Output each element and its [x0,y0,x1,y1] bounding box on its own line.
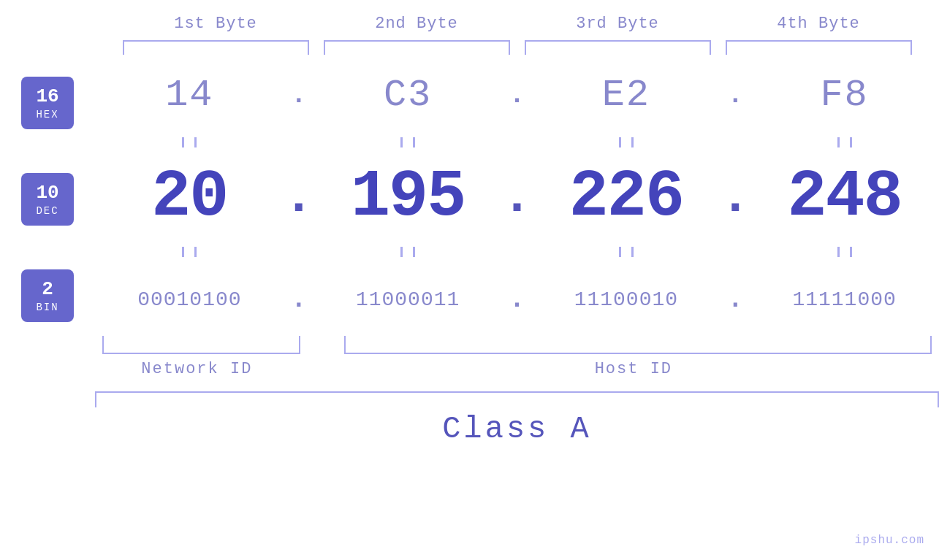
hex-badge-name: HEX [36,109,58,120]
dec-badge: 10 DEC [21,173,74,226]
equals-1-cell [95,137,284,147]
bin-byte-4-cell: 11111000 [750,288,939,311]
bracket-byte-4 [726,40,912,55]
hex-badge-num: 16 [36,85,58,108]
dec-row: 20 . 195 . 226 . 248 [95,157,939,237]
byte-label-4: 4th Byte [718,15,919,33]
content-area: 16 HEX 10 DEC 2 BIN 14 . C3 [0,62,939,447]
dot-2-bin: . [503,285,532,315]
dec-byte-2-cell: 195 [313,160,503,234]
equals-4 [835,137,855,147]
host-id-label: Host ID [328,360,939,378]
equals-2-cell [313,137,503,147]
byte-label-3: 3rd Byte [517,15,718,33]
dec-badge-num: 10 [36,182,58,204]
dot-3-hex: . [721,80,750,110]
network-host-labels: Network ID Host ID [95,360,939,378]
ip-rows-container: 14 . C3 . E2 . F8 [95,62,939,447]
bracket-byte-3 [525,40,711,55]
hex-byte-2: C3 [384,74,432,117]
dec-byte-3-cell: 226 [532,160,721,234]
host-bracket [344,336,932,354]
equals-2 [398,137,418,147]
bin-byte-3-cell: 11100010 [532,288,721,311]
class-bracket [95,391,939,407]
dot-1-hex: . [284,80,313,110]
dot-1-dec: . [284,169,313,226]
equals2-2-cell [313,247,503,257]
dec-byte-4: 248 [788,160,902,234]
equals-row [95,128,939,157]
dec-badge-name: DEC [36,205,58,217]
footer-watermark: ipshu.com [855,534,924,547]
bracket-byte-1 [123,40,309,55]
equals2-4 [835,247,855,257]
hex-byte-3: E2 [602,74,650,117]
top-bracket-row [115,33,919,55]
equals2-1 [179,247,199,257]
dec-byte-4-cell: 248 [750,160,939,234]
byte-labels-row: 1st Byte 2nd Byte 3rd Byte 4th Byte [115,15,919,33]
dec-byte-1-cell: 20 [95,160,284,234]
main-container: 1st Byte 2nd Byte 3rd Byte 4th Byte 16 H… [0,0,939,560]
hex-byte-4: F8 [820,74,868,117]
equals-3-cell [532,137,721,147]
bin-byte-3: 11100010 [574,288,678,311]
network-bracket [102,336,300,354]
class-label: Class A [95,412,939,447]
label-spacer [299,360,328,378]
bin-badge-name: BIN [36,302,58,313]
equals2-3 [616,247,636,257]
hex-byte-2-cell: C3 [313,74,503,117]
equals2-2 [398,247,418,257]
bin-byte-1: 00010100 [137,288,241,311]
equals-4-cell [750,137,939,147]
hex-byte-3-cell: E2 [532,74,721,117]
dec-byte-2: 195 [351,160,465,234]
equals2-3-cell [532,247,721,257]
dot-2-dec: . [503,169,532,226]
equals2-1-cell [95,247,284,257]
network-id-label: Network ID [95,360,299,378]
bin-byte-4: 11111000 [792,288,896,311]
equals-1 [179,137,199,147]
bin-byte-1-cell: 00010100 [95,288,284,311]
byte-label-2: 2nd Byte [316,15,517,33]
dec-byte-3: 226 [569,160,683,234]
hex-row: 14 . C3 . E2 . F8 [95,62,939,128]
hex-byte-1-cell: 14 [95,74,284,117]
equals-3 [616,137,636,147]
bracket-byte-2 [324,40,510,55]
dec-byte-1: 20 [151,160,227,234]
hex-byte-4-cell: F8 [750,74,939,117]
bottom-bracket-row [95,336,939,354]
equals-row-2 [95,237,939,266]
base-labels-col: 16 HEX 10 DEC 2 BIN [0,62,95,322]
hex-byte-1: 14 [165,74,213,117]
dot-3-bin: . [721,285,750,315]
dot-1-bin: . [284,285,313,315]
bin-badge: 2 BIN [21,269,74,322]
equals2-4-cell [750,247,939,257]
bin-byte-2: 11000011 [356,288,460,311]
dot-2-hex: . [503,80,532,110]
dot-3-dec: . [721,169,750,226]
hex-badge: 16 HEX [21,77,74,129]
bin-badge-num: 2 [42,278,53,301]
byte-label-1: 1st Byte [115,15,316,33]
bracket-dot-spacer-1 [308,336,337,354]
bin-byte-2-cell: 11000011 [313,288,503,311]
bin-row: 00010100 . 11000011 . 11100010 . 1111100… [95,266,939,332]
